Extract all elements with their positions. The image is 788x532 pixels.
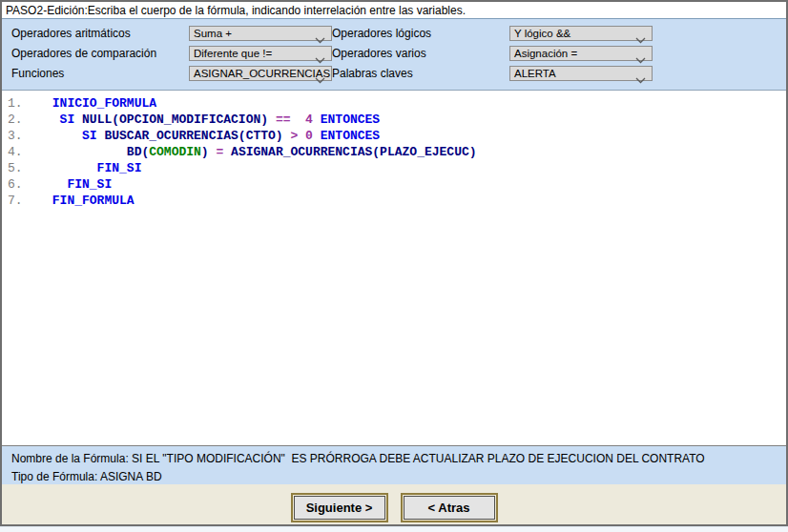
arithmetic-operators-label: Operadores aritmáticos	[11, 27, 189, 40]
code-line: 5. FIN_SI	[8, 160, 786, 176]
misc-operators-value: Asignación =	[510, 48, 652, 59]
formula-type-line: Tipo de Fórmula: ASIGNA BD	[11, 470, 786, 483]
comparison-operators-label: Operadores de comparación	[11, 47, 189, 60]
operators-toolbar: Operadores aritmáticos Suma + Operadores…	[2, 19, 786, 91]
button-bar: Siguiente > < Atras	[2, 484, 786, 524]
next-button[interactable]: Siguiente >	[294, 496, 385, 520]
back-button[interactable]: < Atras	[404, 496, 495, 520]
code-line: 6. FIN_SI	[8, 176, 786, 193]
code-line: 7. FIN_FORMULA	[8, 193, 786, 209]
bottom-strip	[0, 526, 788, 532]
misc-operators-select[interactable]: Asignación =	[509, 46, 653, 61]
formula-name-value: SI EL "TIPO MODIFICACIÓN" ES PRÓRROGA DE…	[132, 452, 705, 465]
logical-operators-value: Y lógico &&	[510, 28, 652, 39]
keywords-value: ALERTA	[510, 68, 652, 79]
formula-info-panel: Nombre de la Fórmula: SI EL "TIPO MODIFI…	[2, 445, 786, 484]
formula-name-label: Nombre de la Fórmula:	[11, 452, 132, 465]
logical-operators-select[interactable]: Y lógico &&	[509, 26, 653, 41]
formula-name-line: Nombre de la Fórmula: SI EL "TIPO MODIFI…	[11, 452, 786, 465]
formula-type-value: ASIGNA BD	[100, 470, 162, 483]
code-line: 2. SI NULL(OPCION_MODIFICACION) == 4 ENT…	[8, 112, 786, 128]
arithmetic-operators-select[interactable]: Suma +	[189, 26, 332, 41]
misc-operators-label: Operadores varios	[332, 47, 509, 60]
keywords-select[interactable]: ALERTA	[509, 66, 653, 81]
formula-type-label: Tipo de Fórmula:	[11, 470, 100, 483]
code-line: 1. INICIO_FORMULA	[8, 95, 786, 112]
functions-select[interactable]: ASIGNAR_OCURRENCIAS	[189, 66, 332, 81]
code-line: 4. BD(COMODIN) = ASIGNAR_OCURRENCIAS(PLA…	[8, 144, 786, 160]
comparison-operators-select[interactable]: Diferente que !=	[189, 46, 332, 61]
chevron-down-icon	[315, 71, 325, 88]
keywords-label: Palabras claves	[332, 67, 509, 80]
window-title: PASO2-Edición:Escriba el cuerpo de la fó…	[6, 4, 466, 17]
code-editor[interactable]: 1. INICIO_FORMULA2. SI NULL(OPCION_MODIF…	[2, 91, 786, 445]
functions-label: Funciones	[11, 67, 189, 80]
chevron-down-icon	[635, 71, 646, 88]
comparison-operators-value: Diferente que !=	[190, 48, 331, 59]
formula-editor-window: PASO2-Edición:Escriba el cuerpo de la fó…	[0, 0, 788, 526]
logical-operators-label: Operadores lógicos	[332, 27, 509, 40]
functions-value: ASIGNAR_OCURRENCIAS	[190, 68, 331, 79]
window-title-bar: PASO2-Edición:Escriba el cuerpo de la fó…	[2, 2, 786, 19]
code-line: 3. SI BUSCAR_OCURRENCIAS(CTTO) > 0 ENTON…	[8, 128, 786, 144]
arithmetic-operators-value: Suma +	[190, 28, 331, 39]
